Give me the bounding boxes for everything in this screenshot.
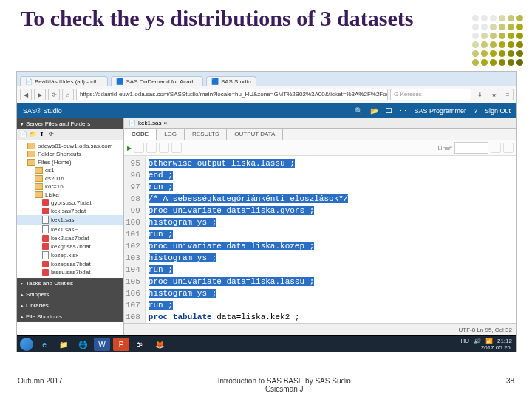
ds-icon [42,208,49,214]
download-button[interactable]: ⬇ [474,89,485,100]
forward-button[interactable]: ▶ [34,89,46,100]
slide-number: 38 [506,377,514,385]
tool-button[interactable] [159,143,169,153]
volume-icon[interactable]: 🔊 [474,338,481,344]
tool-icon[interactable]: 📁 [30,131,37,138]
taskbar-app-explorer[interactable]: 📁 [55,338,72,351]
editor-pane: 📄kek1.sas × CODELOGRESULTSOUTPUT DATA ▶ … [124,118,516,335]
browser-toolbar: ◀ ▶ ⟳ ⌂ https://odamid-euw1.oda.sas.com/… [17,86,516,103]
back-button[interactable]: ◀ [20,89,32,100]
code-content[interactable]: otherwise output liska.lassu ;end ;run ;… [146,156,516,323]
tool-icon[interactable]: ⬆ [39,131,47,138]
save-button[interactable] [134,143,144,153]
home-button[interactable]: ⌂ [62,89,74,100]
tree-item[interactable]: Files (Home) [17,158,123,166]
tool-button[interactable] [171,143,182,153]
reload-button[interactable]: ⟳ [48,89,60,100]
tree-item[interactable]: odaws01-euw1.oda.sas.com [17,142,123,150]
sidebar-section-snippets[interactable]: Snippets [17,289,123,300]
editor-tab[interactable]: RESULTS [185,129,227,140]
sas-brand: SAS® Studio [23,107,62,115]
tool-icon[interactable]: 📄 [20,131,27,138]
taskbar-app-ie[interactable]: e [36,338,52,351]
folder-icon [35,183,43,190]
browser-tab[interactable]: 📄Beállítás törlés (all) - ctL... [20,76,108,86]
folder-icon [27,151,35,157]
tool-button[interactable] [146,143,157,153]
taskbar-app-powerpoint[interactable]: P [113,338,129,351]
browser-tabstrip: 📄Beállítás törlés (all) - ctL... 🟦SAS On… [17,72,516,86]
tree-item[interactable]: kek.sas7bdat [17,207,123,215]
line-input[interactable] [454,142,488,154]
taskbar-app-chrome[interactable]: 🌐 [75,338,91,351]
search-box[interactable]: G Keresés [390,89,471,100]
address-bar[interactable]: https://odamid-euw1.oda.sas.com/SASStudi… [76,89,388,100]
editor-file-tab[interactable]: 📄kek1.sas × [124,118,516,129]
folder-icon [35,167,43,174]
folder-open-icon[interactable]: 📂 [370,107,378,115]
start-button[interactable] [20,338,33,351]
tree-item[interactable]: kekgt.sas7bdat [17,242,123,250]
tree-item[interactable]: gyorsuso.7bdat [17,199,123,207]
ds-icon [42,269,49,276]
tree-item[interactable]: kek1.sas [17,215,123,225]
tree-item[interactable]: Liska [17,191,123,199]
help-icon[interactable]: ? [474,107,477,115]
browser-tab[interactable]: 🟦SAS Studio [206,76,256,86]
menu-button[interactable]: ≡ [502,89,514,100]
ds-icon [42,200,49,206]
footer-center: Introduction to SAS BASE by SAS SudioCsi… [63,377,506,393]
tree-item[interactable]: kek1.sas~ [17,225,123,234]
tree-item[interactable]: Folder Shortcuts [17,150,123,158]
network-icon[interactable]: 📶 [485,338,493,344]
editor-statusbar: UTF-8 Ln 95, Col 32 [124,323,516,335]
decorative-dots [472,15,523,66]
code-editor[interactable]: 9596979899100101102103104105106107108 ot… [124,156,516,323]
taskbar-clock[interactable]: HU🔊📶21:12 2017.05.25. [460,338,514,351]
tree-item[interactable]: cs2016 [17,174,123,183]
page-icon: 📄 [25,78,33,85]
editor-tab[interactable]: CODE [124,129,157,140]
line-gutter: 9596979899100101102103104105106107108 [124,156,146,323]
taskbar-app-store[interactable]: 🛍 [132,338,149,351]
run-button[interactable]: ▶ [127,145,132,151]
sidebar-toolbar: 📄📁⬆⟳ [17,129,123,140]
tree-item[interactable]: cs1 [17,166,123,174]
tree-item[interactable]: kor=16 [17,183,123,191]
sidebar-section-files[interactable]: Server Files and Folders [17,118,123,129]
folder-icon [35,191,43,198]
sas-header: SAS® Studio 🔍 📂 🗔 ⋯ SAS Programmer ? Sig… [17,103,516,118]
sidebar-section-tasks[interactable]: Tasks and Utilities [17,278,123,289]
bookmark-button[interactable]: ★ [488,89,499,100]
sidebar-section-shortcuts[interactable]: File Shortcuts [17,311,123,322]
tree-item[interactable]: kozep.xlsx [17,250,123,260]
expand-button[interactable] [503,143,514,153]
slide-footer: Outumn 2017 Introduction to SAS BASE by … [0,377,532,393]
folder-icon [35,175,43,182]
window-icon[interactable]: 🗔 [386,107,392,115]
tree-item[interactable]: kek2.sas7bdat [17,234,123,242]
taskbar-app-word[interactable]: W [94,338,110,351]
editor-toolbar: ▶ Line# [124,140,516,156]
search-icon[interactable]: 🔍 [355,107,363,115]
browser-tab[interactable]: 🟦SAS OnDemand for Acad... [111,76,202,86]
signout-link[interactable]: Sign Out [485,107,511,115]
folder-icon [27,143,35,149]
google-icon: G [394,91,398,98]
tree-item[interactable]: lassu.sas7bdat [17,268,123,276]
tool-icon[interactable]: ⟳ [49,131,56,138]
file-icon [42,251,49,259]
footer-left: Outumn 2017 [18,377,63,385]
ds-icon [42,235,49,242]
taskbar-app-firefox[interactable]: 🦊 [151,338,168,351]
editor-subtabs: CODELOGRESULTSOUTPUT DATA [124,129,516,140]
more-icon[interactable]: ⋯ [400,107,406,115]
file-icon: 📄 [129,120,136,126]
editor-tab[interactable]: LOG [157,129,185,140]
sidebar-section-libraries[interactable]: Libraries [17,300,123,311]
tree-item[interactable]: kozepsas7bdat [17,260,123,268]
editor-tab[interactable]: OUTPUT DATA [227,129,283,140]
sidebar: Server Files and Folders 📄📁⬆⟳ odaws01-eu… [17,118,124,335]
tool-button[interactable] [491,143,501,153]
windows-taskbar: e 📁 🌐 W P 🛍 🦊 HU🔊📶21:12 2017.05.25. [17,335,516,352]
